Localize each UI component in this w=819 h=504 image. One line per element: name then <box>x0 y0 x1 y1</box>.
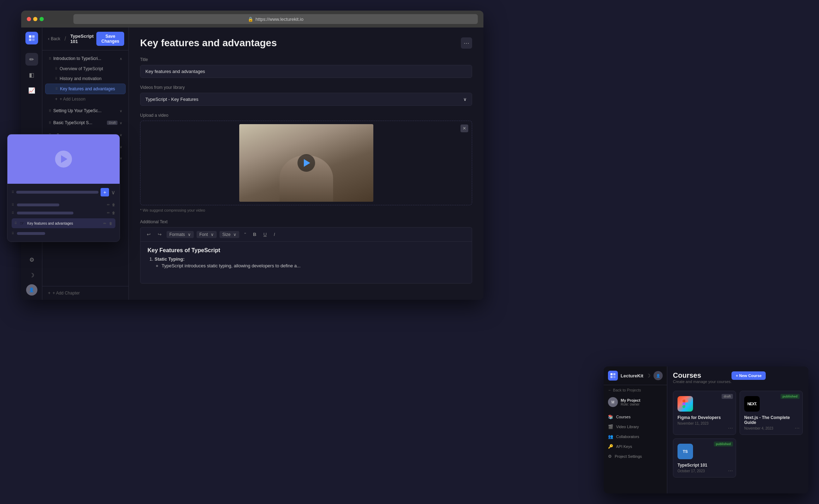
back-link[interactable]: ‹ Back <box>48 36 60 41</box>
figma-logo <box>678 396 693 412</box>
fc-back-link[interactable]: ← Back to Projects <box>604 385 667 395</box>
chevron-down-icon: ∨ <box>120 156 122 160</box>
course-card-figma[interactable]: draft Figma for Developers November 11, … <box>673 391 736 435</box>
bold-button[interactable]: B <box>251 230 258 238</box>
chapter-header-2[interactable]: ⠿ Setting Up Your TypeSc... ∨ <box>45 105 126 116</box>
browser-traffic-lights <box>27 17 44 21</box>
chapter-item-3: ⠿ Basic TypeScript S... Draft ∨ <box>45 117 126 128</box>
course-card-typescript[interactable]: published TS TypeScript 101 October 17, … <box>673 438 736 478</box>
course-more-button[interactable]: ⋯ <box>728 425 733 431</box>
font-dropdown[interactable]: Font ∨ <box>197 231 217 238</box>
fc-sidebar: LectureKit ☽ 👤 ← Back to Projects M My P… <box>604 366 667 493</box>
chapter-item: ⠿ Introduction to TypeScri... ∧ ⠿ Overvi… <box>45 53 126 104</box>
close-button[interactable] <box>27 17 31 21</box>
chevron-down-icon: ∨ <box>463 97 467 102</box>
video-select[interactable]: TypeScript - Key Features ∨ <box>140 93 472 106</box>
fc-main-header: Courses Create and manage your courses. … <box>673 371 803 389</box>
published-badge: published <box>781 394 800 399</box>
courses-grid: draft Figma for Developers November 11, … <box>673 391 803 478</box>
video-library-icon: 🎬 <box>608 424 613 429</box>
fc-user-avatar[interactable]: 👤 <box>654 371 663 380</box>
fvc-play-button[interactable] <box>55 151 72 168</box>
api-keys-icon: 🔑 <box>608 444 613 449</box>
maximize-button[interactable] <box>40 17 44 21</box>
fc-main-subtitle: Create and manage your courses. <box>673 379 731 384</box>
delete-icon[interactable]: 🗑 <box>112 211 115 215</box>
sidebar-icon-analytics[interactable]: 📈 <box>25 84 38 97</box>
new-course-button[interactable]: + New Course <box>731 371 766 380</box>
play-icon <box>304 159 310 167</box>
lesson-item-3[interactable]: ⠿ Key features and advantages <box>45 84 126 94</box>
underline-button[interactable]: U <box>261 230 269 238</box>
editor-sublist-item: TypeScript introduces static typing, all… <box>162 263 465 268</box>
add-lesson-button[interactable]: + + Add Lesson <box>45 94 126 104</box>
editor-toolbar: ↩ ↪ Formats ∨ Font ∨ Size ∨ " B <box>140 227 472 241</box>
undo-button[interactable]: ↩ <box>145 230 153 238</box>
fvc-video-preview <box>7 134 120 184</box>
lesson-item-2[interactable]: ⠿ History and motivation <box>45 74 126 84</box>
additional-text-label: Additional Text <box>140 219 472 224</box>
save-changes-button[interactable]: Save Changes <box>96 32 124 46</box>
fc-nav-api-keys[interactable]: 🔑 API Keys <box>604 442 667 451</box>
page-title: Key features and advantages <box>140 37 461 49</box>
main-content: Key features and advantages ⋯ Title Key … <box>129 28 483 300</box>
video-thumbnail <box>239 124 373 202</box>
fvc-highlight-text: Key features and advantages <box>27 221 101 225</box>
course-date-nextjs: November 4, 2023 <box>744 426 798 430</box>
fc-nav-items: 📚 Courses 🎬 Video Library 👥 Collaborator… <box>604 409 667 464</box>
project-role: Role: owner <box>621 402 663 406</box>
redo-button[interactable]: ↪ <box>156 230 164 238</box>
blockquote-button[interactable]: " <box>242 230 248 238</box>
fvc-title-bar <box>16 191 98 194</box>
minimize-button[interactable] <box>33 17 37 21</box>
url-bar[interactable]: 🔒 https://www.lecturekit.io <box>73 14 478 24</box>
video-library-section: Videos from your library TypeScript - Ke… <box>140 85 472 106</box>
edit-icon[interactable]: ✏ <box>103 221 106 225</box>
drag-handle-icon: ⠿ <box>55 77 58 80</box>
formats-dropdown[interactable]: Formats ∨ <box>167 231 194 238</box>
sidebar-icon-layers[interactable]: ◧ <box>25 68 38 81</box>
close-upload-button[interactable]: ✕ <box>460 125 468 132</box>
sidebar-icon-edit[interactable]: ✏ <box>25 53 38 66</box>
course-more-button[interactable]: ⋯ <box>728 468 733 474</box>
course-more-button[interactable]: ⋯ <box>795 425 800 431</box>
delete-icon[interactable]: 🗑 <box>112 203 115 207</box>
fc-nav-video-library[interactable]: 🎬 Video Library <box>604 422 667 432</box>
chapter-label-3: Basic TypeScript S... <box>53 120 105 125</box>
sidebar-icon-moon[interactable]: ☽ <box>25 269 38 281</box>
typescript-logo: TS <box>678 444 693 459</box>
list-item-label: Static Typing: <box>155 256 185 262</box>
fvc-add-button[interactable]: + <box>101 188 109 196</box>
svg-rect-5 <box>613 373 615 375</box>
course-card-nextjs[interactable]: published NEXT. Next.js - The Complete G… <box>740 391 803 435</box>
fc-nav-project-settings[interactable]: ⚙ Project Settings <box>604 451 667 461</box>
video-upload-area[interactable]: ✕ <box>140 121 472 205</box>
fc-nav-collaborators[interactable]: 👥 Collaborators <box>604 432 667 442</box>
lesson-item-1[interactable]: ⠿ Overview of TypeScript <box>45 64 126 74</box>
chapter-header-3[interactable]: ⠿ Basic TypeScript S... Draft ∨ <box>45 117 126 128</box>
fvc-bar <box>17 232 45 235</box>
course-name-typescript: TypeScript 101 <box>678 463 731 468</box>
fc-nav-courses[interactable]: 📚 Courses <box>604 412 667 422</box>
chevron-down-icon: ∨ <box>120 109 122 113</box>
editor-area[interactable]: Key Features of TypeScript Static Typing… <box>140 241 472 284</box>
lesson-label-1: Overview of TypeScript <box>60 66 122 71</box>
fvc-bar <box>17 212 73 214</box>
course-date-figma: November 11, 2023 <box>678 421 731 425</box>
add-chapter-button[interactable]: + + Add Chapter <box>42 286 128 300</box>
user-avatar[interactable]: 👤 <box>26 284 37 296</box>
editor-list-item-1: Static Typing: TypeScript introduces sta… <box>155 256 465 268</box>
italic-button[interactable]: I <box>272 230 277 238</box>
delete-icon[interactable]: 🗑 <box>109 221 113 225</box>
edit-icon[interactable]: ✏ <box>107 211 110 215</box>
video-play-overlay <box>297 154 315 172</box>
sidebar-icon-settings[interactable]: ⚙ <box>25 253 38 266</box>
edit-icon[interactable]: ✏ <box>107 203 110 207</box>
play-triangle-icon <box>61 155 67 163</box>
size-dropdown[interactable]: Size ∨ <box>219 231 239 238</box>
more-options-button[interactable]: ⋯ <box>461 37 472 49</box>
moon-icon[interactable]: ☽ <box>646 373 651 378</box>
chapter-header-1[interactable]: ⠿ Introduction to TypeScri... ∧ <box>45 53 126 64</box>
title-input[interactable]: Key features and advantages <box>140 65 472 78</box>
lock-icon: 🔒 <box>248 17 253 22</box>
